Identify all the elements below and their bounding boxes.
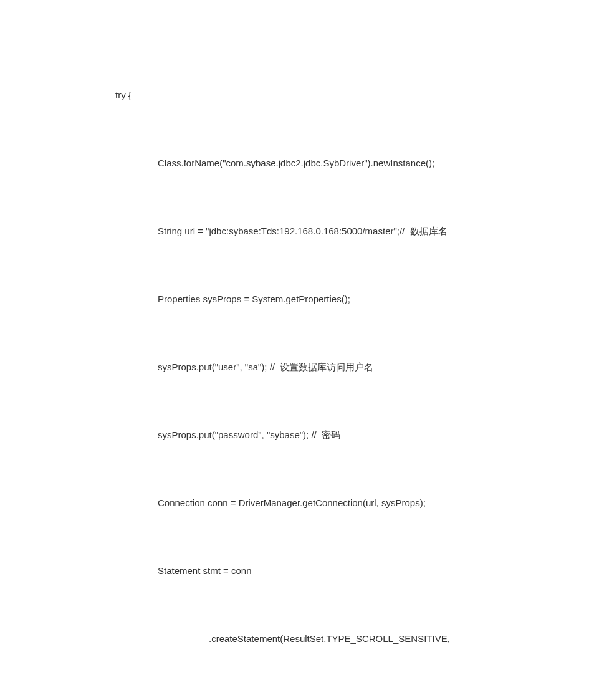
code-line: Statement stmt = conn (62, 564, 539, 577)
code-block: try { Class.forName("com.sybase.jdbc2.jd… (62, 62, 539, 700)
code-line: String url = "jdbc:sybase:Tds:192.168.0.… (62, 224, 539, 237)
code-line: sysProps.put("user", "sa"); // 设置数据库访问用户… (62, 360, 539, 373)
code-line: Class.forName("com.sybase.jdbc2.jdbc.Syb… (62, 156, 539, 170)
code-line: try { (62, 89, 539, 102)
code-line: Connection conn = DriverManager.getConne… (62, 496, 539, 509)
code-line: Properties sysProps = System.getProperti… (62, 292, 539, 305)
code-line: sysProps.put("password", "sybase"); // 密… (62, 428, 539, 441)
code-line: .createStatement(ResultSet.TYPE_SCROLL_S… (62, 632, 539, 645)
